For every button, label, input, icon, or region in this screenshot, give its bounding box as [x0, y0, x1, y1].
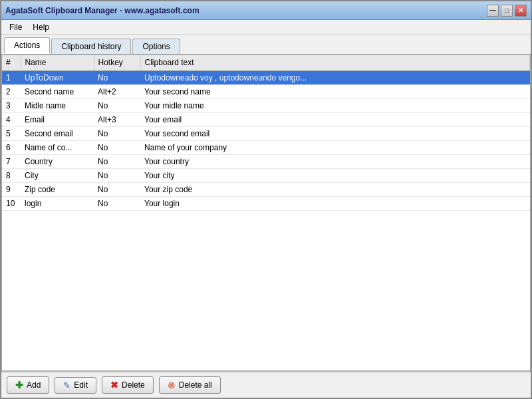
- title-bar: AgataSoft Clipboard Manager - www.agatas…: [1, 1, 531, 20]
- title-controls: — □ ✕: [487, 5, 527, 17]
- cell-name: Second email: [21, 127, 94, 141]
- tabs-bar: Actions Clipboard history Options: [1, 35, 531, 55]
- cell-hotkey: No: [94, 183, 140, 197]
- tab-options[interactable]: Options: [132, 39, 180, 54]
- minimize-button[interactable]: —: [487, 5, 499, 17]
- table-row[interactable]: 8CityNoYour city: [2, 169, 530, 183]
- cell-num: 6: [2, 141, 21, 155]
- cell-hotkey: No: [94, 70, 140, 85]
- cell-hotkey: No: [94, 197, 140, 211]
- delete-all-label: Delete all: [179, 380, 212, 390]
- cell-num: 8: [2, 169, 21, 183]
- cell-clipboard: Your midle name: [140, 99, 530, 113]
- delete-label: Delete: [122, 380, 145, 390]
- cell-num: 4: [2, 113, 21, 127]
- menu-help[interactable]: Help: [27, 21, 55, 33]
- cell-hotkey: No: [94, 155, 140, 169]
- cell-num: 7: [2, 155, 21, 169]
- table-container: # Name Hotkey Clipboard text 1UpToDownNo…: [2, 55, 530, 370]
- table-row[interactable]: 9Zip codeNoYour zip code: [2, 183, 530, 197]
- cell-hotkey: No: [94, 141, 140, 155]
- cell-num: 10: [2, 197, 21, 211]
- col-header-hotkey: Hotkey: [94, 55, 140, 70]
- content-area: # Name Hotkey Clipboard text 1UpToDownNo…: [1, 55, 531, 371]
- col-header-name: Name: [21, 55, 94, 70]
- cell-num: 1: [2, 70, 21, 85]
- cell-hotkey: No: [94, 99, 140, 113]
- cell-name: Country: [21, 155, 94, 169]
- cell-clipboard: Your email: [140, 113, 530, 127]
- table-row[interactable]: 6Name of co...NoName of your company: [2, 141, 530, 155]
- table-row[interactable]: 4EmailAlt+3Your email: [2, 113, 530, 127]
- table-row[interactable]: 7CountryNoYour country: [2, 155, 530, 169]
- cell-clipboard: Your zip code: [140, 183, 530, 197]
- delete-all-icon: ⊗: [168, 380, 176, 390]
- cell-hotkey: Alt+3: [94, 113, 140, 127]
- add-label: Add: [27, 380, 41, 390]
- menu-file[interactable]: File: [4, 21, 27, 33]
- actions-table: # Name Hotkey Clipboard text 1UpToDownNo…: [2, 55, 530, 211]
- cell-name: Second name: [21, 85, 94, 99]
- cell-hotkey: No: [94, 169, 140, 183]
- cell-hotkey: No: [94, 127, 140, 141]
- window-title: AgataSoft Clipboard Manager - www.agatas…: [5, 6, 200, 15]
- table-row[interactable]: 5Second emailNoYour second email: [2, 127, 530, 141]
- cell-name: Zip code: [21, 183, 94, 197]
- tab-actions[interactable]: Actions: [4, 37, 50, 54]
- edit-icon: ✎: [63, 380, 70, 390]
- add-button[interactable]: ✚ Add: [7, 376, 49, 394]
- menu-bar: File Help: [1, 20, 531, 35]
- cell-name: Name of co...: [21, 141, 94, 155]
- cell-num: 9: [2, 183, 21, 197]
- cell-name: login: [21, 197, 94, 211]
- cell-name: City: [21, 169, 94, 183]
- cell-clipboard: Your second name: [140, 85, 530, 99]
- delete-all-button[interactable]: ⊗ Delete all: [159, 376, 221, 394]
- table-body: 1UpToDownNoUptodowneado voy , uptodownea…: [2, 70, 530, 211]
- cell-clipboard: Your second email: [140, 127, 530, 141]
- cell-clipboard: Name of your company: [140, 141, 530, 155]
- cell-clipboard: Uptodowneado voy , uptodowneando vengo..…: [140, 70, 530, 85]
- cell-num: 2: [2, 85, 21, 99]
- table-row[interactable]: 10loginNoYour login: [2, 197, 530, 211]
- cell-clipboard: Your country: [140, 155, 530, 169]
- cell-num: 3: [2, 99, 21, 113]
- cell-name: Email: [21, 113, 94, 127]
- edit-button[interactable]: ✎ Edit: [55, 377, 96, 394]
- delete-icon: ✖: [110, 380, 118, 390]
- add-icon: ✚: [15, 380, 23, 390]
- table-row[interactable]: 1UpToDownNoUptodowneado voy , uptodownea…: [2, 70, 530, 85]
- table-header-row: # Name Hotkey Clipboard text: [2, 55, 530, 70]
- cell-clipboard: Your city: [140, 169, 530, 183]
- maximize-button[interactable]: □: [501, 5, 513, 17]
- bottom-bar: ✚ Add ✎ Edit ✖ Delete ⊗ Delete all: [1, 371, 531, 398]
- col-header-clipboard: Clipboard text: [140, 55, 530, 70]
- table-row[interactable]: 2Second nameAlt+2Your second name: [2, 85, 530, 99]
- tab-clipboard-history[interactable]: Clipboard history: [51, 39, 131, 54]
- close-button[interactable]: ✕: [515, 5, 527, 17]
- delete-button[interactable]: ✖ Delete: [102, 376, 154, 394]
- table-row[interactable]: 3Midle nameNoYour midle name: [2, 99, 530, 113]
- cell-hotkey: Alt+2: [94, 85, 140, 99]
- edit-label: Edit: [74, 380, 88, 390]
- cell-num: 5: [2, 127, 21, 141]
- cell-name: UpToDown: [21, 70, 94, 85]
- main-window: AgataSoft Clipboard Manager - www.agatas…: [0, 0, 532, 399]
- cell-name: Midle name: [21, 99, 94, 113]
- cell-clipboard: Your login: [140, 197, 530, 211]
- col-header-num: #: [2, 55, 21, 70]
